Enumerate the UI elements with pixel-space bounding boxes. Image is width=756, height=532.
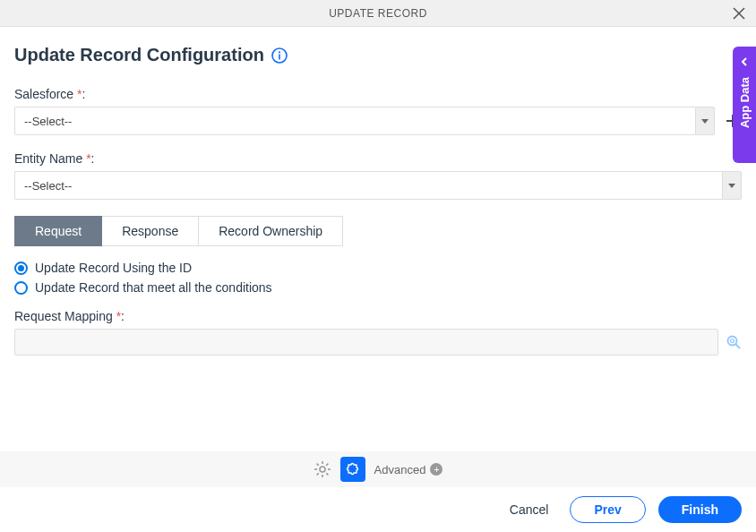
cancel-button[interactable]: Cancel <box>501 497 558 522</box>
advanced-toggle[interactable]: Advanced + <box>374 463 443 476</box>
close-icon[interactable] <box>731 5 747 21</box>
salesforce-select[interactable] <box>14 107 715 135</box>
svg-line-18 <box>326 473 328 475</box>
salesforce-select-input[interactable] <box>14 107 695 135</box>
finish-button[interactable]: Finish <box>658 496 742 523</box>
field-salesforce: Salesforce *: <box>14 87 742 135</box>
salesforce-label: Salesforce *: <box>14 87 742 101</box>
titlebar-title: UPDATE RECORD <box>329 7 427 20</box>
page-title: Update Record Configuration <box>14 45 264 65</box>
request-mapping-input[interactable] <box>14 329 718 356</box>
tabs: Request Response Record Ownership <box>14 216 742 246</box>
field-entity: Entity Name *: <box>14 151 742 200</box>
radio-label-by-id[interactable]: Update Record Using the ID <box>35 261 192 275</box>
prev-button[interactable]: Prev <box>570 496 645 523</box>
svg-point-12 <box>320 467 325 472</box>
tab-response[interactable]: Response <box>102 216 199 246</box>
radio-update-by-condition[interactable]: Update Record that meet all the conditio… <box>14 280 742 295</box>
gear-icon[interactable] <box>314 460 331 478</box>
page-title-row: Update Record Configuration <box>14 45 742 65</box>
svg-line-19 <box>316 473 318 475</box>
entity-select[interactable] <box>14 171 742 200</box>
required-mark: * <box>86 151 90 166</box>
svg-point-9 <box>728 337 737 346</box>
lookup-icon[interactable] <box>726 334 742 350</box>
tab-request[interactable]: Request <box>14 216 102 246</box>
svg-line-17 <box>316 464 318 466</box>
required-mark: * <box>77 87 82 101</box>
svg-line-10 <box>736 345 741 349</box>
svg-rect-4 <box>279 54 280 59</box>
chevron-down-icon[interactable] <box>695 107 715 135</box>
svg-line-20 <box>326 464 328 466</box>
request-mapping-label: Request Mapping *: <box>14 309 742 323</box>
footer: Cancel Prev Finish <box>0 487 756 532</box>
svg-point-11 <box>731 339 735 343</box>
advanced-label-text: Advanced <box>374 463 426 476</box>
puzzle-icon[interactable] <box>340 457 365 482</box>
app-data-label: App Data <box>738 77 752 128</box>
chevron-left-icon <box>740 54 749 70</box>
chevron-down-icon[interactable] <box>722 171 742 200</box>
required-mark: * <box>116 309 121 323</box>
field-request-mapping: Request Mapping *: <box>14 309 742 356</box>
svg-point-3 <box>279 51 280 53</box>
app-data-drawer[interactable]: App Data <box>733 47 756 163</box>
radio-icon[interactable] <box>14 281 28 295</box>
radio-label-by-condition[interactable]: Update Record that meet all the conditio… <box>35 280 272 295</box>
entity-label: Entity Name *: <box>14 151 742 166</box>
info-icon[interactable] <box>271 47 288 64</box>
advanced-bar: Advanced + <box>0 451 756 487</box>
plus-circle-icon: + <box>430 463 442 476</box>
content-area: Update Record Configuration Salesforce *… <box>0 27 756 356</box>
update-mode-radio-group: Update Record Using the ID Update Record… <box>14 261 742 295</box>
svg-marker-8 <box>728 184 735 188</box>
tab-record-ownership[interactable]: Record Ownership <box>199 216 343 246</box>
svg-marker-5 <box>701 119 709 124</box>
titlebar: UPDATE RECORD <box>0 0 756 27</box>
radio-update-by-id[interactable]: Update Record Using the ID <box>14 261 742 275</box>
radio-icon[interactable] <box>14 262 28 275</box>
entity-select-input[interactable] <box>14 171 722 200</box>
